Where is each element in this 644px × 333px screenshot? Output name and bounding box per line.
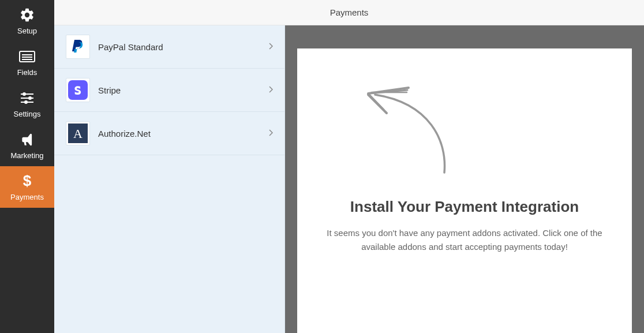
sidebar-item-payments[interactable]: $ Payments xyxy=(0,166,54,208)
chevron-right-icon xyxy=(268,128,273,139)
provider-list: PayPal Standard Stripe xyxy=(54,25,285,333)
svg-point-7 xyxy=(28,96,32,100)
empty-state-card: Install Your Payment Integration It seem… xyxy=(297,48,632,333)
provider-name-paypal: PayPal Standard xyxy=(98,42,260,52)
svg-text:$: $ xyxy=(23,173,32,189)
header: Payments xyxy=(54,0,644,25)
gear-icon xyxy=(19,7,35,23)
arrow-illustration-icon xyxy=(340,77,473,178)
authorizenet-logo-icon: A xyxy=(66,121,90,145)
provider-item-paypal[interactable]: PayPal Standard xyxy=(54,25,284,69)
bullhorn-icon xyxy=(20,132,35,148)
sidebar-item-marketing[interactable]: Marketing xyxy=(0,125,54,166)
provider-name-authorizenet: Authorize.Net xyxy=(98,129,260,139)
sidebar: Setup Fields Settings Marketing $ Paymen… xyxy=(0,0,54,333)
provider-item-stripe[interactable]: Stripe xyxy=(54,69,284,112)
page-title: Payments xyxy=(330,8,369,17)
provider-item-authorizenet[interactable]: A Authorize.Net xyxy=(54,112,284,155)
sliders-icon xyxy=(20,90,35,106)
svg-point-5 xyxy=(23,92,26,96)
sidebar-label-settings: Settings xyxy=(14,110,41,118)
sidebar-label-payments: Payments xyxy=(10,193,44,201)
sidebar-label-fields: Fields xyxy=(17,68,38,77)
sidebar-item-fields[interactable]: Fields xyxy=(0,42,54,83)
app-root: Setup Fields Settings Marketing $ Paymen… xyxy=(0,0,644,333)
content: PayPal Standard Stripe xyxy=(54,25,644,333)
paypal-logo-icon xyxy=(66,35,90,59)
list-icon xyxy=(18,48,36,65)
dollar-icon: $ xyxy=(23,173,32,189)
svg-text:A: A xyxy=(73,126,83,141)
empty-heading: Install Your Payment Integration xyxy=(350,198,579,216)
chevron-right-icon xyxy=(268,42,273,52)
stripe-logo-icon xyxy=(66,78,90,102)
sidebar-label-setup: Setup xyxy=(17,27,37,35)
main: Payments PayPal Standard xyxy=(54,0,644,333)
svg-point-9 xyxy=(24,100,28,104)
empty-description: It seems you don't have any payment addo… xyxy=(320,226,609,254)
sidebar-label-marketing: Marketing xyxy=(10,151,43,160)
sidebar-item-settings[interactable]: Settings xyxy=(0,83,54,125)
preview-panel: Install Your Payment Integration It seem… xyxy=(285,25,644,333)
chevron-right-icon xyxy=(268,85,273,95)
provider-name-stripe: Stripe xyxy=(98,85,260,95)
sidebar-item-setup[interactable]: Setup xyxy=(0,0,54,42)
